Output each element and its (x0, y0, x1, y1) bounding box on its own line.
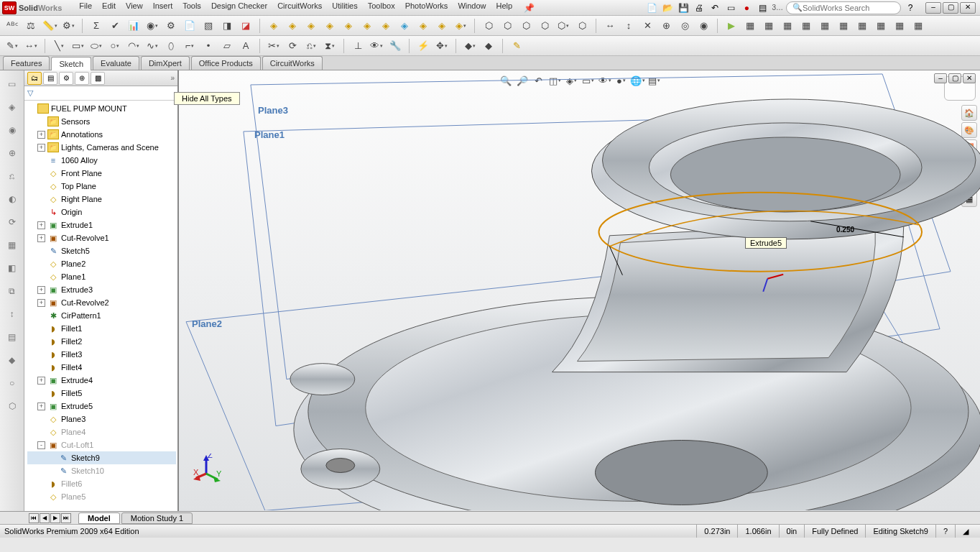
cube2-icon[interactable]: ◈ (285, 18, 300, 34)
tree-item[interactable]: ◗Fillet4 (27, 361, 176, 374)
stats-icon[interactable]: 📊 (126, 18, 142, 34)
rebuild-icon[interactable]: ● (740, 1, 753, 14)
menu-utilities[interactable]: Utilities (332, 1, 357, 14)
doc-icon[interactable]: 📄 (182, 18, 198, 34)
tree-item[interactable]: ◇Plane3 (27, 413, 176, 426)
play-icon[interactable]: ▶ (724, 18, 739, 34)
expand-icon[interactable]: + (37, 402, 45, 410)
tab-dimxpert[interactable]: DimXpert (141, 56, 190, 70)
cube9-icon[interactable]: ◈ (415, 18, 431, 34)
dim4-icon[interactable]: ⊕ (658, 18, 674, 34)
flag-icon[interactable]: ◪ (238, 18, 254, 34)
cube10-icon[interactable]: ◈ (434, 18, 450, 34)
addin4-icon[interactable]: ⬡ (537, 18, 553, 34)
repair-icon[interactable]: 🔧 (387, 38, 403, 54)
cube6-icon[interactable]: ◈ (359, 18, 375, 34)
mass-icon[interactable]: ⚙ (60, 18, 76, 34)
fm-tab-prop-icon[interactable]: ▤ (43, 72, 57, 85)
sim1-icon[interactable]: ▦ (742, 18, 758, 34)
help-icon[interactable]: ? (904, 1, 917, 14)
tree-item[interactable]: -▣Cut-Loft1 (27, 438, 176, 451)
sum-icon[interactable]: Σ (88, 18, 104, 34)
measure-icon[interactable]: 📏 (42, 18, 57, 34)
lt-icon[interactable]: ◧ (4, 260, 20, 276)
tree-item[interactable]: ✎Sketch5 (27, 244, 176, 257)
undo-icon[interactable]: ↶ (708, 1, 721, 14)
ellipse-icon[interactable]: ⬯ (163, 38, 179, 54)
menu-tools[interactable]: Tools (182, 1, 201, 14)
exit-sketch-icon[interactable]: ✎ (509, 38, 524, 54)
expand-icon[interactable]: + (37, 377, 45, 385)
menu-design-checker[interactable]: Design Checker (211, 1, 267, 14)
tree-item[interactable]: ◗Fillet2 (27, 335, 176, 348)
slot-icon[interactable]: ⬭ (88, 38, 104, 54)
status-help-icon[interactable]: ? (935, 525, 955, 538)
spline-icon[interactable]: ∿ (144, 38, 160, 54)
addin1-icon[interactable]: ⬡ (481, 18, 496, 34)
lt-icon[interactable]: ▭ (4, 76, 20, 92)
dim2-icon[interactable]: ↕ (621, 18, 637, 34)
addin6-icon[interactable]: ⬡ (574, 18, 590, 34)
expand-icon[interactable]: + (37, 221, 45, 229)
tree-item[interactable]: ◇Front Plane (27, 167, 176, 180)
lt-icon[interactable]: ⎌ (4, 168, 20, 184)
menu-edit[interactable]: Edit (102, 1, 116, 14)
lt-icon[interactable]: ⬡ (4, 398, 20, 414)
restore-button[interactable]: ▢ (943, 2, 958, 14)
menu-toolbox[interactable]: Toolbox (368, 1, 395, 14)
zebra-icon[interactable]: ◨ (219, 18, 235, 34)
convert-icon[interactable]: ⟳ (285, 38, 300, 54)
dim6-icon[interactable]: ◉ (695, 18, 711, 34)
balance-icon[interactable]: ⚖ (23, 18, 39, 34)
cube3-icon[interactable]: ◈ (303, 18, 319, 34)
menu-window[interactable]: Window (458, 1, 486, 14)
addin2-icon[interactable]: ⬡ (499, 18, 515, 34)
misc1-icon[interactable]: ◆ (462, 38, 478, 54)
addin5-icon[interactable]: ⬡ (555, 18, 571, 34)
move-icon[interactable]: ✥ (434, 38, 450, 54)
lt-icon[interactable]: ▦ (4, 237, 20, 253)
expand-icon[interactable]: + (37, 234, 45, 242)
tree-item[interactable]: +📁Lights, Cameras and Scene (27, 141, 176, 154)
menu-photoworks[interactable]: PhotoWorks (405, 1, 448, 14)
display-icon[interactable]: 👁 (369, 38, 384, 54)
circle-icon[interactable]: ○ (107, 38, 123, 54)
tree-item[interactable]: ✱CirPattern1 (27, 309, 176, 322)
menu-view[interactable]: View (126, 1, 143, 14)
quick-icon[interactable]: ⚡ (415, 38, 431, 54)
dim3-icon[interactable]: ✕ (639, 18, 655, 34)
sketch-icon[interactable]: ✎ (4, 38, 20, 54)
tree-item[interactable]: ◗Fillet6 (27, 477, 176, 490)
tree-item[interactable]: +▣Cut-Revolve2 (27, 296, 176, 309)
options-icon[interactable]: ▤ (756, 1, 769, 14)
cube7-icon[interactable]: ◈ (378, 18, 394, 34)
lt-icon[interactable]: ⊕ (4, 145, 20, 161)
lt-icon[interactable]: ⟳ (4, 214, 20, 230)
menu-pin-icon[interactable]: 📌 (522, 1, 535, 14)
feature-tree[interactable]: FUEL PUMP MOUNT 📁Sensors+📁Annotations+📁L… (24, 101, 177, 511)
tree-item[interactable]: +▣Extrude5 (27, 400, 176, 413)
sim10-icon[interactable]: ▦ (910, 18, 926, 34)
search-box[interactable]: 🔍 (786, 1, 901, 14)
save-icon[interactable]: 💾 (677, 1, 690, 14)
tree-item[interactable]: ◗Fillet1 (27, 322, 176, 335)
sheet-first-icon[interactable]: ⏮ (29, 513, 39, 523)
tab-circuitworks[interactable]: CircuitWorks (262, 56, 323, 70)
check-icon[interactable]: ✔ (107, 18, 123, 34)
arc-icon[interactable]: ◠ (126, 38, 142, 54)
deviation-icon[interactable]: ▧ (200, 18, 216, 34)
fm-tab-dim-icon[interactable]: ⊕ (75, 72, 89, 85)
tree-item[interactable]: ✎Sketch10 (27, 464, 176, 477)
sim6-icon[interactable]: ▦ (836, 18, 851, 34)
cube11-icon[interactable]: ◈ (453, 18, 468, 34)
sensor-icon[interactable]: ◉ (144, 18, 160, 34)
expand-icon[interactable]: + (37, 131, 45, 139)
cube8-icon[interactable]: ◈ (397, 18, 412, 34)
fm-filter[interactable]: ▽ (24, 86, 177, 101)
cube5-icon[interactable]: ◈ (341, 18, 356, 34)
print-icon[interactable]: 🖨 (693, 1, 706, 14)
tree-item[interactable]: ◇Right Plane (27, 193, 176, 206)
point-icon[interactable]: • (200, 38, 216, 54)
menu-help[interactable]: Help (496, 1, 513, 14)
sim4-icon[interactable]: ▦ (798, 18, 814, 34)
